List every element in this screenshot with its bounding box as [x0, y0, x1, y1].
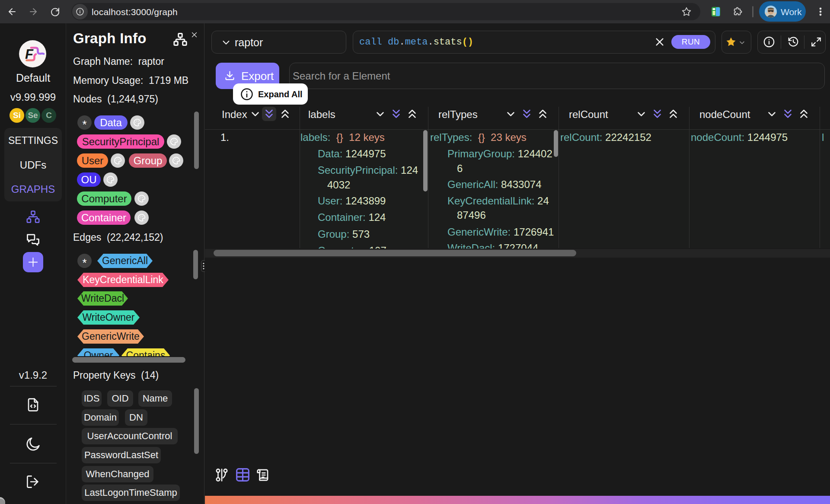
svg-text:F: F	[25, 47, 34, 62]
